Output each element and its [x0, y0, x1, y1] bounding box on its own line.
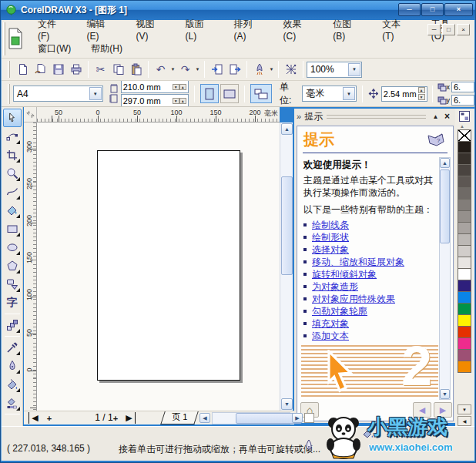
swatch-5[interactable] — [458, 187, 471, 200]
import-button[interactable] — [208, 61, 226, 79]
menu-row2-item-0[interactable]: 窗口(W) — [31, 40, 78, 58]
save-button[interactable] — [49, 61, 67, 79]
palette-scroll-down-button[interactable]: ▼ — [458, 404, 471, 414]
nudge-spin-up[interactable]: ▲ — [418, 87, 425, 93]
duplicate-y-field[interactable]: 6. — [451, 95, 474, 106]
swatch-no-color[interactable] — [458, 129, 471, 142]
hint-link-1[interactable]: 绘制形状 — [312, 231, 349, 244]
tool-smart-fill[interactable] — [3, 201, 22, 220]
page-tab[interactable]: 页 1 — [160, 411, 199, 424]
tool-outline-pen[interactable] — [3, 357, 22, 375]
swatch-9[interactable] — [458, 233, 471, 246]
paper-size-combobox[interactable]: A4 ▼ — [13, 86, 103, 102]
paper-width-field[interactable]: 210.0 mm ▼ ▲ — [121, 81, 189, 93]
paste-button[interactable] — [127, 61, 145, 79]
undo-dropdown[interactable]: ▼ — [169, 61, 176, 79]
vertical-scroll-thumb[interactable] — [281, 176, 293, 275]
docker-pin-icon[interactable]: » — [297, 112, 301, 121]
menu-item-7[interactable]: 文本(T) — [375, 15, 417, 44]
paper-height-field[interactable]: 297.0 mm ▼ ▲ — [121, 94, 189, 107]
nudge-offset-field[interactable]: 2.54 mm ▲▼ — [381, 86, 427, 102]
tool-shape[interactable] — [3, 127, 22, 146]
paper-width-spin-up[interactable]: ▲ — [179, 84, 186, 90]
units-combobox[interactable]: 毫米 ▼ — [302, 86, 357, 102]
copy-button[interactable] — [109, 61, 127, 79]
tool-text[interactable]: 字 — [3, 294, 22, 312]
first-page-button[interactable]: ◀ — [28, 412, 40, 424]
menu-item-4[interactable]: 排列(A) — [226, 15, 270, 44]
hint-link-7[interactable]: 勾勒对象轮廓 — [312, 305, 367, 318]
application-launcher-button[interactable] — [250, 61, 268, 79]
hint-link-2[interactable]: 选择对象 — [312, 243, 349, 257]
swatch-16[interactable] — [458, 314, 471, 327]
swatch-4[interactable] — [458, 176, 471, 188]
duplicate-x-field[interactable]: 6. — [451, 82, 474, 92]
paper-size-dropdown-arrow[interactable]: ▼ — [89, 87, 102, 100]
canvas-horizontal-scrollbar[interactable] — [212, 412, 290, 424]
launcher-dropdown[interactable]: ▼ — [268, 61, 275, 79]
corel-online-button[interactable] — [282, 61, 300, 79]
palette-scroll-up[interactable]: ▲ — [460, 124, 464, 129]
swatch-1[interactable] — [458, 141, 471, 153]
last-page-button[interactable]: ▶ — [124, 412, 136, 424]
mdi-minimize-button[interactable]: ─ — [427, 24, 441, 35]
menu-row2-item-1[interactable]: 帮助(H) — [84, 40, 129, 58]
menubar-grip[interactable] — [3, 22, 5, 55]
swatch-13[interactable] — [458, 280, 471, 292]
tool-pick[interactable] — [3, 109, 22, 127]
property-bar-grip[interactable] — [8, 84, 10, 104]
scroll-up-button[interactable]: ▲ — [281, 123, 293, 135]
swatch-12[interactable] — [458, 268, 471, 280]
menu-item-6[interactable]: 位图(B) — [326, 15, 369, 44]
swatch-17[interactable] — [458, 326, 471, 338]
canvas-vertical-scrollbar[interactable]: ▲ ▼ — [280, 122, 293, 411]
hint-link-0[interactable]: 绘制线条 — [312, 219, 349, 232]
hint-link-4[interactable]: 旋转和倾斜对象 — [312, 268, 377, 281]
hint-link-3[interactable]: 移动、缩放和延展对象 — [312, 256, 404, 269]
units-dropdown-arrow[interactable]: ▼ — [343, 87, 355, 100]
zoom-dropdown-arrow[interactable]: ▼ — [348, 63, 360, 76]
maximize-button[interactable]: □ — [421, 3, 444, 16]
hint-link-8[interactable]: 填充对象 — [312, 317, 349, 330]
docker-drag-lines[interactable] — [327, 115, 426, 119]
palette-options-icon[interactable] — [458, 110, 471, 122]
swatch-8[interactable] — [458, 222, 471, 234]
docker-scrollbar[interactable]: ▲ ▼ — [439, 157, 451, 400]
tool-zoom[interactable] — [3, 164, 22, 183]
swatch-14[interactable] — [458, 291, 471, 304]
docker-close-button[interactable]: × — [441, 111, 453, 122]
all-pages-button[interactable] — [250, 84, 272, 103]
mdi-restore-button[interactable]: □ — [442, 24, 455, 35]
swatch-7[interactable] — [458, 210, 471, 223]
tool-freehand[interactable] — [3, 183, 22, 201]
swatch-19[interactable] — [458, 349, 471, 361]
scroll-down-button[interactable]: ▼ — [281, 398, 293, 410]
docker-scroll-up-button[interactable]: ▲ — [440, 158, 450, 168]
paper-width-spin-down[interactable]: ▼ — [173, 84, 179, 90]
hints-forward-button[interactable]: ▶ — [434, 402, 452, 418]
docker-scroll-down-button[interactable]: ▼ — [440, 389, 450, 399]
redo-dropdown[interactable]: ▼ — [194, 61, 201, 79]
standard-toolbar-grip[interactable] — [8, 61, 10, 78]
hint-link-9[interactable]: 添加文本 — [312, 330, 349, 343]
hint-link-5[interactable]: 为对象造形 — [312, 280, 358, 294]
tool-rectangle[interactable] — [3, 220, 22, 238]
new-document-button[interactable] — [14, 61, 32, 79]
close-button[interactable]: × — [444, 3, 473, 16]
add-page-before-button[interactable]: + — [44, 412, 55, 424]
docker-scroll-thumb[interactable] — [440, 169, 450, 243]
swatch-2[interactable] — [458, 153, 471, 165]
tool-crop[interactable] — [3, 146, 22, 164]
zoom-level-combobox[interactable]: 100% ▼ — [307, 62, 362, 78]
menu-item-5[interactable]: 效果(C) — [276, 15, 320, 44]
help-book-icon[interactable]: ? — [427, 133, 445, 146]
docker-collapse-button[interactable]: ▲ — [430, 111, 441, 122]
tool-polygon[interactable] — [3, 257, 22, 275]
menu-item-3[interactable]: 版面(L) — [179, 15, 221, 44]
cut-button[interactable]: ✂ — [92, 61, 109, 79]
redo-button[interactable]: ↷ — [176, 61, 194, 79]
undo-button[interactable]: ↶ — [152, 61, 169, 79]
tool-interactive-fill[interactable] — [3, 394, 22, 412]
tool-interactive-blend[interactable] — [3, 316, 22, 334]
tool-eyedropper[interactable] — [3, 338, 22, 357]
